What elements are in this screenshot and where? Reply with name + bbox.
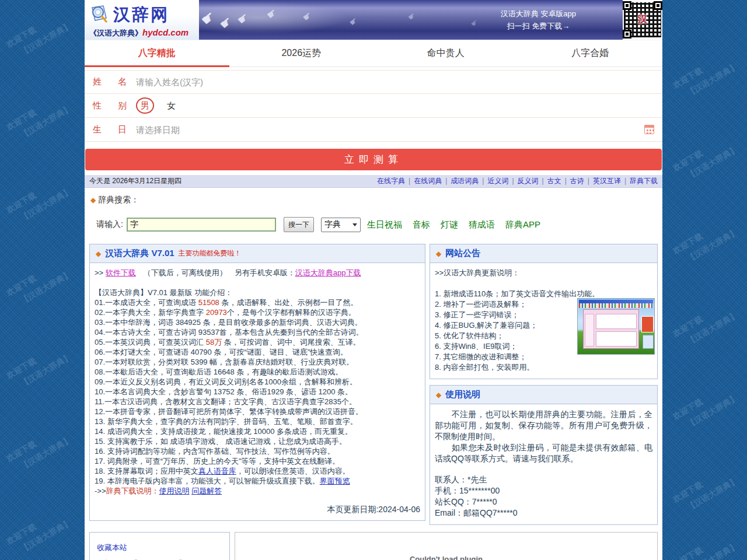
- calculate-button[interactable]: 立即测算: [85, 149, 662, 170]
- app-promo-line1: 汉语大辞典 安卓版app: [501, 8, 576, 20]
- inline-link[interactable]: 界面预览: [320, 477, 350, 485]
- inline-link[interactable]: 问题解答: [191, 487, 222, 495]
- notice-title: 网站公告: [445, 248, 480, 259]
- quick-link[interactable]: 猜成语: [469, 219, 495, 230]
- cursor-icon: ☛: [264, 5, 280, 22]
- software-panel-body: >> 软件下载 （下载后，可离线使用） 另有手机安卓版：汉语大辞典app下载 【…: [89, 263, 425, 521]
- datebar-link[interactable]: 近义词: [487, 176, 517, 186]
- text-segment: 20973: [206, 308, 227, 317]
- watermark: 欢迎下载【汉语大辞典】: [670, 516, 747, 560]
- watermark: 欢迎下载【汉语大辞典】: [670, 202, 747, 270]
- watermark: 欢迎下载【汉语大辞典】: [670, 450, 747, 519]
- text-segment: 14. 成语词典大全，支持成语接龙，能快速接龙 10000 多条成语，而无重复。: [95, 427, 352, 436]
- watermark: 欢迎下载【汉语大辞典】: [4, 327, 93, 395]
- fortune-tabbar: 八字精批2026运势命中贵人八字合婚: [85, 40, 662, 67]
- birthday-input[interactable]: [136, 125, 654, 135]
- datebar-link[interactable]: 在线词典: [414, 176, 451, 186]
- text-segment: 17. 词典附录，可查“万年历、历史上的今天”等等，支持中英文在线翻译。: [95, 457, 340, 466]
- quick-link[interactable]: 灯谜: [441, 219, 458, 230]
- contact-line: Email：邮箱QQ7*****0: [435, 508, 652, 519]
- quick-link[interactable]: 辞典APP: [505, 219, 540, 230]
- name-input[interactable]: [136, 77, 654, 87]
- tab[interactable]: 八字合婚: [518, 40, 663, 66]
- feature-item: 01.一本成语大全，可查询成语 51508 条，成语解释、出处、示例都一目了然。: [95, 298, 420, 307]
- datebar-link[interactable]: 古文: [547, 176, 570, 186]
- text-segment: ->>: [95, 487, 106, 495]
- bookmark-site-link[interactable]: 收藏本站: [97, 543, 127, 552]
- inline-link[interactable]: 软件下载: [106, 268, 136, 277]
- watermark: 欢迎下载【汉语大辞典】: [4, 78, 93, 146]
- datebar-link[interactable]: 古诗: [570, 176, 593, 186]
- feature-item: 06.一本灯谜大全，可查谜语 40790 条，可按“谜面、谜目、谜底”快速查询。: [95, 347, 420, 357]
- tab[interactable]: 命中贵人: [374, 40, 518, 66]
- feature-item: 07.一本对联欣赏，分类对联 5399 幅，含新春喜庆结婚对联、行业庆典对联。: [95, 357, 420, 367]
- text-segment: 12.一本拼音专家，拼音翻译可把所有简体字、繁体字转换成带声调的汉语拼音。: [95, 407, 363, 416]
- diamond-icon: ◆: [96, 250, 101, 258]
- inline-link[interactable]: 汉语大辞典app下载: [295, 268, 361, 277]
- search-input[interactable]: [127, 218, 276, 232]
- plugin-error-text: Couldn't load plugin: [410, 555, 483, 560]
- datebar-link[interactable]: 辞典下载: [630, 176, 658, 186]
- cursor-icon: ☛: [300, 9, 315, 24]
- right-column: ◆ 网站公告 >>汉语大辞典更新说明： 1. 新增成语110条；加了英文语音文件…: [430, 244, 658, 525]
- qr-finder-icon: [623, 30, 631, 38]
- datebar-link[interactable]: 在线字典: [377, 176, 414, 186]
- cursor-icon: ☛: [199, 7, 219, 30]
- watermark: 欢迎下载【汉语大辞典】: [4, 492, 93, 560]
- qr-finder-icon: [623, 1, 631, 10]
- magnifier-book-icon: [89, 5, 111, 26]
- datebar-link[interactable]: 成语词典: [451, 176, 487, 186]
- dictionary-search: 请输入: 搜一下 字典 生日祝福音标灯谜猜成语辞典APP: [96, 217, 658, 232]
- feature-item: 02.一本字典大全，新华字典查字 20973个，是每个汉字都有解释的汉语字典。: [95, 307, 420, 317]
- search-input-label: 请输入:: [96, 219, 123, 230]
- chevron-down-icon: [352, 223, 357, 226]
- dict-type-select[interactable]: 字典: [321, 218, 361, 232]
- calendar-icon[interactable]: [644, 125, 654, 134]
- free-badge: 主要功能都免费啦！: [179, 249, 242, 258]
- usage-panel-body: 不注册，也可以长期使用辞典的主要功能。注册后，全部功能可用，如复制、保存功能等。…: [430, 404, 658, 525]
- text-segment: 01.一本成语大全，可查询成语: [95, 298, 198, 307]
- usage-paragraph: 如果您未及时收到注册码，可能是未提供有效邮箱、电话或QQ等联系方式。请速与我们联…: [435, 442, 652, 464]
- download-line: >> 软件下载 （下载后，可离线使用） 另有手机安卓版：汉语大辞典app下载: [95, 268, 420, 278]
- site-name: 汉辞网: [113, 4, 169, 27]
- favorite-box: 收藏本站 欢迎使用【汉语大辞典】！: [89, 532, 230, 560]
- feature-item: 19. 本辞海电子版内容丰富，功能强大，可以智能升级或直接下载。界面预览: [95, 476, 420, 486]
- text-segment: 10.一本名言词典大全，含妙言警句 13752 条、俗语1929 条、谚语 12…: [95, 387, 352, 396]
- feature-item: 12.一本拼音专家，拼音翻译可把所有简体字、繁体字转换成带声调的汉语拼音。: [95, 407, 420, 416]
- tab[interactable]: 八字精批: [85, 40, 229, 66]
- quick-link[interactable]: 音标: [413, 219, 430, 230]
- text-segment: 条，成语解释、出处、示例都一目了然。: [219, 298, 358, 307]
- cursor-icon: ☛: [469, 18, 480, 29]
- site-logo[interactable]: 汉辞网 《汉语大辞典》hydcd.com: [85, 0, 199, 40]
- gender-male-option[interactable]: 男: [136, 97, 154, 114]
- diamond-icon: ◆: [436, 250, 441, 258]
- feature-item: 04.一本古诗大全，可查古诗词 93537首，基本包含从先秦到当代的全部古诗词。: [95, 327, 420, 337]
- text-segment: ，可以朗读任意英语、汉语内容。: [236, 467, 350, 475]
- feature-item: 16. 支持诗词配韵等功能，内含写作基础、写作技法、写作范例等内容。: [95, 446, 420, 456]
- text-segment: 13. 新华字典大全，查字典的方法有同韵字、拼音码、五笔、笔顺、部首查字。: [95, 417, 358, 426]
- quick-link[interactable]: 生日祝福: [367, 219, 402, 230]
- feature-intro: 【汉语大辞典】V7.01 最新版 功能介绍：: [95, 288, 420, 298]
- software-panel: ◆ 汉语大辞典 V7.01 主要功能都免费啦！ >> 软件下载 （下载后，可离线…: [89, 244, 425, 521]
- page-content: ◆ 辞典搜索： 请输入: 搜一下 字典 生日祝福音标灯谜猜成语辞典APP ◆ 汉…: [85, 188, 662, 560]
- text-segment: 07.一本对联欣赏，分类对联 5399 幅，含新春喜庆结婚对联、行业庆典对联。: [95, 358, 354, 366]
- app-promo-line2: 扫一扫 免费下载→: [501, 20, 576, 32]
- inline-link[interactable]: 真人语音库: [198, 467, 236, 475]
- download-note-line: ->>辞典下载说明：使用说明 问题解答: [95, 486, 420, 496]
- inline-link[interactable]: 使用说明: [159, 487, 190, 495]
- gender-female-option[interactable]: 女: [167, 100, 176, 111]
- datebar-link[interactable]: 反义词: [518, 176, 547, 186]
- header-banner: 汉语大辞典 安卓版app 扫一扫 免费下载→ ☛☛☛☛☛☛☛☛☛: [199, 0, 623, 40]
- watermark: 欢迎下载【汉语大辞典】: [4, 410, 93, 478]
- tab[interactable]: 2026运势: [229, 40, 374, 66]
- search-button[interactable]: 搜一下: [284, 217, 314, 232]
- usage-paragraph: 不注册，也可以长期使用辞典的主要功能。注册后，全部功能可用，如复制、保存功能等。…: [435, 409, 652, 442]
- text-segment: 02.一本字典大全，新华字典查字: [95, 308, 206, 317]
- text-segment: 51508: [198, 298, 219, 307]
- birthday-label: 生日: [93, 124, 127, 135]
- datebar-link[interactable]: 英汉互译: [593, 176, 630, 186]
- feature-item: 09.一本近义反义别名词典，有近义词反义词别名各1000余组，含解释和辨析。: [95, 377, 420, 387]
- notice-line: 8. 内容全部打包，安装即用。: [435, 362, 652, 373]
- diamond-icon: ◆: [90, 196, 96, 204]
- text-segment: 03.一本中华辞海，词语 384925 条，是目前收录最多的新华词典、汉语大词典…: [95, 318, 362, 327]
